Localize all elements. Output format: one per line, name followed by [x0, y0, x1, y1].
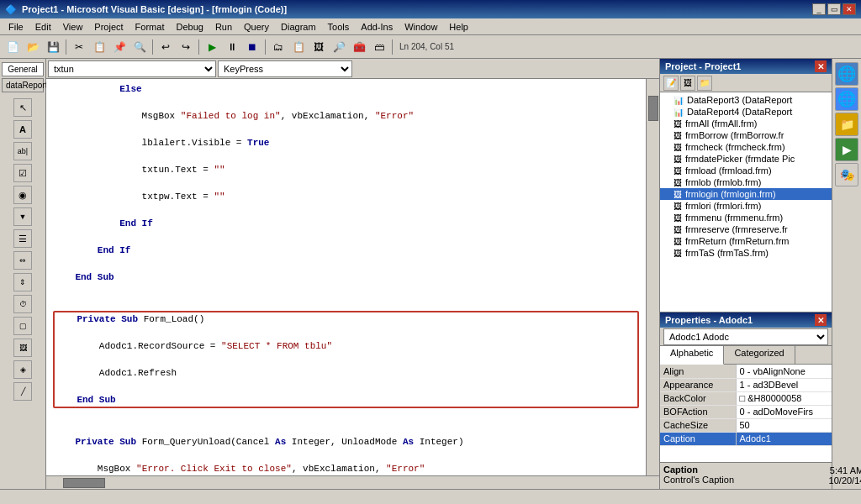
prop-value-bofaction[interactable]: 0 - adDoMoveFirs: [736, 405, 832, 418]
prop-row-align[interactable]: Align 0 - vbAlignNone: [660, 365, 832, 378]
minimize-button[interactable]: _: [812, 3, 826, 15]
restore-button[interactable]: ▭: [827, 3, 841, 15]
view-object-button[interactable]: 🖼: [680, 76, 695, 91]
project-panel-toolbar: 📝 🖼 📁: [660, 74, 832, 92]
menu-diagram[interactable]: Diagram: [276, 21, 321, 33]
data-view-button[interactable]: 🗃: [370, 38, 388, 56]
tool-line[interactable]: ╱: [13, 382, 32, 401]
chrome-icon[interactable]: 🌐: [835, 87, 858, 111]
paste-button[interactable]: 📌: [110, 38, 129, 56]
project-tree[interactable]: 📊 DataReport3 (DataReport 📊 DataReport4 …: [660, 92, 832, 312]
tree-item-frmmenu[interactable]: 🖼 frmmenu (frmmenu.frm): [660, 212, 832, 223]
separator-2: [152, 39, 153, 55]
menu-help[interactable]: Help: [444, 21, 473, 33]
tree-item-frmlogin[interactable]: 🖼 frmlogin (frmlogin.frm): [660, 188, 832, 200]
tree-item-frmdatepicker[interactable]: 🖼 frmdatePicker (frmdate Pic: [660, 153, 832, 165]
tool-label[interactable]: A: [13, 120, 32, 139]
prop-value-appearance[interactable]: 1 - ad3DBevel: [736, 378, 832, 391]
view-code-button[interactable]: 📝: [663, 76, 679, 91]
tool-checkbox[interactable]: ☑: [13, 164, 32, 182]
vb-icon[interactable]: 🎭: [835, 163, 858, 186]
undo-button[interactable]: ↩: [156, 38, 175, 56]
tool-hscrollbar[interactable]: ⇔: [13, 251, 32, 270]
prop-value-cachesize[interactable]: 50: [736, 418, 832, 432]
prop-row-backcolor[interactable]: BackColor □ &H80000058: [660, 391, 832, 405]
tool-image[interactable]: 🖼: [13, 339, 32, 357]
tree-item-frmlori[interactable]: 🖼 frmlori (frmlori.frm): [660, 200, 832, 212]
menu-edit[interactable]: Edit: [30, 21, 56, 33]
object-browser-button[interactable]: 🔎: [330, 38, 348, 56]
menu-format[interactable]: Format: [130, 21, 170, 33]
tree-item-frmlob[interactable]: 🖼 frmlob (frmlob.frm): [660, 176, 832, 188]
find-button[interactable]: 🔍: [130, 38, 149, 56]
menu-addins[interactable]: Add-Ins: [356, 21, 398, 33]
menu-run[interactable]: Run: [210, 21, 237, 33]
vertical-scrollbar[interactable]: [646, 79, 659, 475]
media-icon[interactable]: ▶: [835, 138, 858, 161]
new-project-button[interactable]: 📄: [3, 38, 22, 56]
stop-button[interactable]: ⏹: [243, 38, 261, 56]
tool-shape[interactable]: ◈: [13, 360, 32, 379]
tree-item-frmcheck[interactable]: 🖼 frmcheck (frmcheck.frm): [660, 141, 832, 153]
toolbox-button[interactable]: 🧰: [350, 38, 368, 56]
project-panel-close[interactable]: ✕: [815, 60, 827, 72]
menu-view[interactable]: View: [58, 21, 88, 33]
tool-radio[interactable]: ◉: [13, 186, 32, 204]
tree-item-frmload[interactable]: 🖼 frmload (frmload.frm): [660, 165, 832, 176]
run-button[interactable]: ▶: [203, 38, 221, 56]
sidebar-tab-general[interactable]: General: [2, 62, 44, 76]
tool-timer[interactable]: ⏱: [13, 295, 32, 313]
close-button[interactable]: ✕: [843, 3, 856, 15]
sidebar-tab-datareport[interactable]: dataReport: [2, 78, 44, 92]
properties-panel-close[interactable]: ✕: [815, 314, 827, 326]
prop-value-caption[interactable]: Adodc1: [736, 432, 832, 445]
project-panel-label: Project - Project1: [665, 61, 741, 71]
form-layout-button[interactable]: 🖼: [309, 38, 328, 56]
object-dropdown[interactable]: txtun: [48, 60, 216, 77]
menu-file[interactable]: File: [3, 21, 29, 33]
open-button[interactable]: 📂: [24, 38, 42, 56]
tree-item-frmborrow[interactable]: 🖼 frmBorrow (frmBorrow.fr: [660, 129, 832, 141]
prop-row-caption[interactable]: Caption Adodc1: [660, 432, 832, 445]
copy-button[interactable]: 📋: [90, 38, 108, 56]
prop-value-backcolor[interactable]: □ &H80000058: [736, 391, 832, 405]
menu-query[interactable]: Query: [239, 21, 274, 33]
tree-item-datareport4[interactable]: 📊 DataReport4 (DataReport: [660, 106, 832, 118]
prop-row-bofaction[interactable]: BOFAction 0 - adDoMoveFirs: [660, 405, 832, 418]
tree-item-datareport3[interactable]: 📊 DataReport3 (DataReport: [660, 94, 832, 106]
separator-1: [66, 39, 66, 55]
tool-textbox[interactable]: ab|: [13, 142, 32, 160]
tool-pointer[interactable]: ↖: [13, 98, 32, 117]
redo-button[interactable]: ↪: [177, 38, 195, 56]
save-button[interactable]: 💾: [44, 38, 62, 56]
tree-item-frmreturn[interactable]: 🖼 frmReturn (frmReturn.frm: [660, 235, 832, 247]
tree-item-frmall[interactable]: 🖼 frmAll (frmAll.frm): [660, 118, 832, 129]
tree-item-frmtas[interactable]: 🖼 frmTaS (frmTaS.frm): [660, 247, 832, 259]
prop-row-appearance[interactable]: Appearance 1 - ad3DBevel: [660, 378, 832, 391]
project-explorer-button[interactable]: 🗂: [269, 38, 288, 56]
pause-button[interactable]: ⏸: [223, 38, 241, 56]
tool-vscrollbar[interactable]: ⇕: [13, 273, 32, 291]
code-editor[interactable]: Else MsgBox "Failed to log in", vbExclam…: [46, 79, 646, 475]
tool-frame[interactable]: ▢: [13, 317, 32, 335]
tool-listbox[interactable]: ☰: [13, 229, 32, 248]
ie-icon[interactable]: 🌐: [835, 62, 858, 86]
menu-project[interactable]: Project: [89, 21, 128, 33]
window-controls[interactable]: _ ▭ ✕: [812, 3, 856, 15]
tab-alphabetic[interactable]: Alphabetic: [660, 346, 724, 365]
menu-tools[interactable]: Tools: [323, 21, 355, 33]
folder-icon[interactable]: 📁: [835, 113, 858, 136]
horizontal-scrollbar[interactable]: [46, 475, 659, 489]
prop-value-align[interactable]: 0 - vbAlignNone: [736, 365, 832, 378]
toggle-folders-button[interactable]: 📁: [697, 76, 712, 91]
menu-debug[interactable]: Debug: [171, 21, 208, 33]
tool-combobox[interactable]: ▼: [13, 207, 32, 226]
properties-button[interactable]: 📋: [289, 38, 308, 56]
tree-item-frmreserve[interactable]: 🖼 frmreserve (frmreserve.fr: [660, 223, 832, 235]
cut-button[interactable]: ✂: [70, 38, 88, 56]
event-dropdown[interactable]: KeyPress: [218, 60, 352, 77]
prop-row-cachesize[interactable]: CacheSize 50: [660, 418, 832, 432]
menu-window[interactable]: Window: [399, 21, 442, 33]
tab-categorized[interactable]: Categorized: [724, 346, 795, 364]
properties-object-select[interactable]: Adodc1 Adodc: [663, 328, 828, 345]
